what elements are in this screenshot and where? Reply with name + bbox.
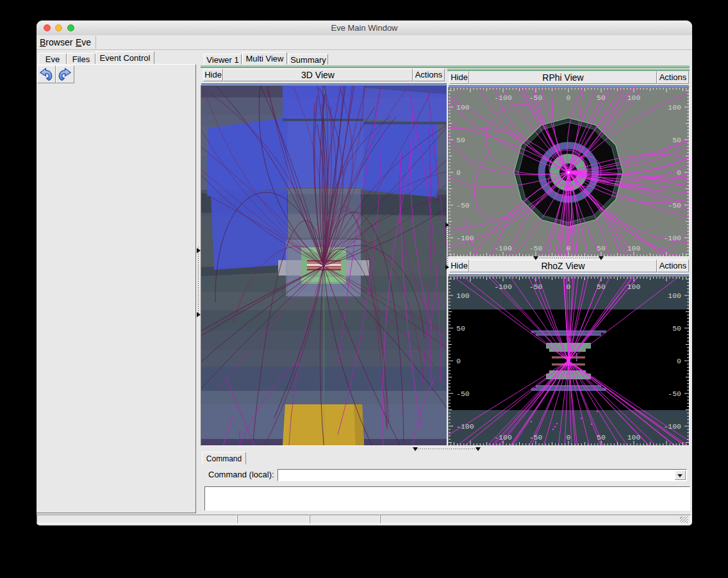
svg-text:-100: -100 (494, 244, 512, 252)
svg-text:0: 0 (567, 433, 571, 442)
svg-text:0: 0 (567, 94, 571, 102)
svg-text:0: 0 (456, 357, 461, 365)
svg-text:50: 50 (672, 136, 681, 144)
svg-text:-50: -50 (456, 390, 470, 398)
svg-text:50: 50 (597, 433, 606, 442)
svg-text:100: 100 (627, 283, 641, 291)
svg-text:0: 0 (456, 169, 461, 177)
svg-text:0: 0 (567, 283, 571, 291)
svg-text:-50: -50 (668, 201, 681, 210)
svg-text:0: 0 (567, 244, 571, 252)
svg-text:0: 0 (677, 357, 681, 365)
svg-text:50: 50 (672, 324, 681, 333)
svg-text:50: 50 (456, 324, 465, 333)
svg-text:100: 100 (668, 292, 681, 300)
svg-text:50: 50 (597, 244, 606, 252)
svg-text:-100: -100 (494, 283, 512, 291)
svg-text:100: 100 (627, 433, 641, 442)
svg-text:0: 0 (677, 169, 681, 177)
svg-text:-50: -50 (529, 244, 543, 252)
svg-text:100: 100 (456, 292, 470, 300)
svg-text:50: 50 (456, 136, 465, 144)
svg-text:-100: -100 (663, 422, 681, 431)
svg-text:-100: -100 (456, 234, 474, 242)
svg-text:-50: -50 (456, 201, 470, 210)
svg-text:-100: -100 (456, 422, 474, 431)
svg-text:100: 100 (456, 103, 470, 111)
svg-text:100: 100 (627, 94, 641, 102)
svg-text:-50: -50 (529, 433, 543, 442)
svg-text:100: 100 (627, 244, 641, 252)
svg-text:-50: -50 (529, 283, 543, 291)
svg-text:50: 50 (597, 283, 606, 291)
svg-text:-50: -50 (668, 390, 681, 398)
svg-text:100: 100 (668, 103, 681, 111)
svg-text:-100: -100 (663, 234, 681, 242)
svg-text:50: 50 (597, 94, 606, 102)
svg-text:-100: -100 (494, 94, 512, 102)
svg-text:-50: -50 (529, 94, 543, 102)
svg-text:-100: -100 (494, 433, 512, 442)
